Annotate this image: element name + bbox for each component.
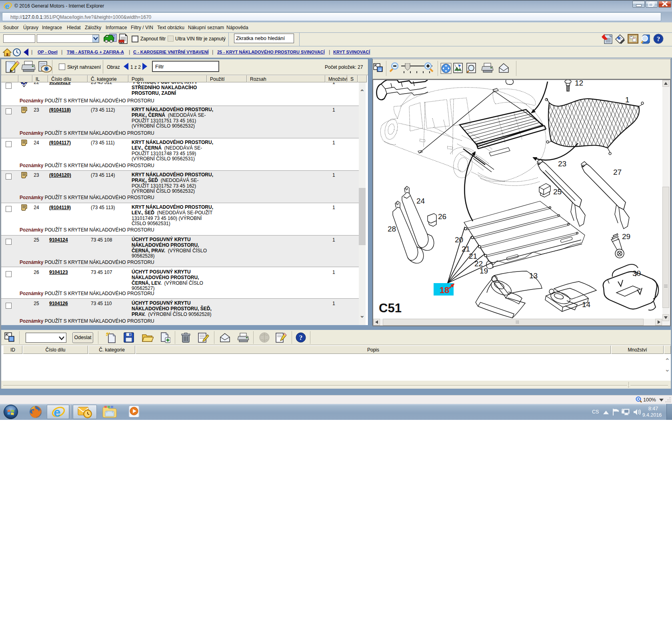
svg-text:28: 28 — [388, 225, 396, 233]
svg-text:23: 23 — [558, 160, 566, 168]
svg-text:18: 18 — [440, 285, 449, 295]
svg-text:?: ? — [299, 334, 303, 341]
svg-text:29: 29 — [622, 232, 630, 241]
svg-text:20: 20 — [455, 236, 463, 244]
svg-text:19: 19 — [480, 267, 488, 275]
svg-text:1: 1 — [625, 96, 630, 104]
svg-text:14: 14 — [582, 300, 591, 309]
svg-text:30: 30 — [632, 269, 641, 278]
svg-text:24: 24 — [416, 197, 425, 205]
svg-text:26: 26 — [438, 212, 446, 221]
svg-text:21: 21 — [469, 252, 477, 260]
svg-text:?: ? — [657, 35, 660, 43]
svg-text:e: e — [54, 405, 60, 419]
svg-text:25: 25 — [553, 188, 562, 196]
svg-text:C51: C51 — [379, 301, 402, 315]
svg-text:12: 12 — [575, 80, 583, 87]
svg-text:27: 27 — [613, 168, 622, 176]
svg-text:13: 13 — [529, 272, 538, 280]
svg-text:e: e — [5, 2, 9, 10]
